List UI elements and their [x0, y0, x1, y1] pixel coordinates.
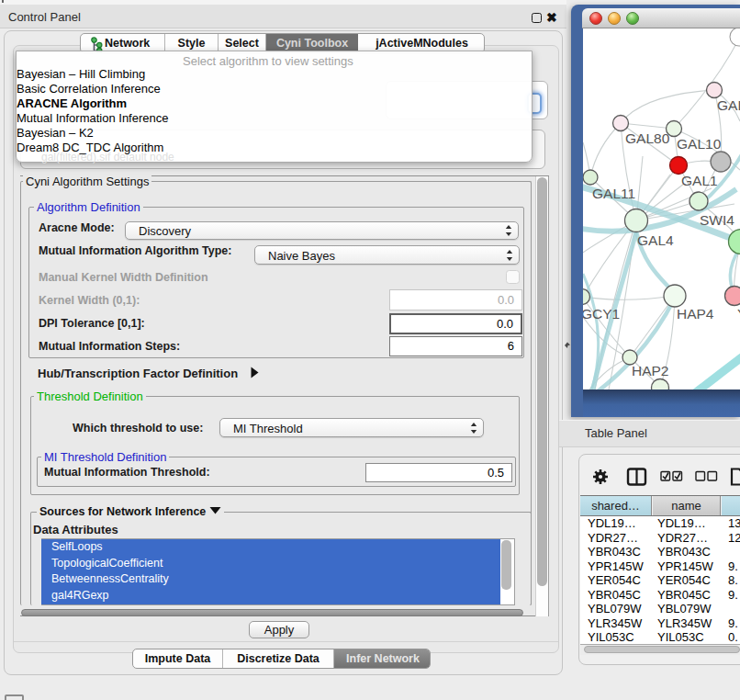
- svg-text:GAL10: GAL10: [677, 136, 722, 152]
- svg-text:GAL1: GAL1: [681, 173, 718, 188]
- svg-text:GAL7: GAL7: [717, 97, 740, 113]
- svg-text:GAL4: GAL4: [637, 232, 674, 248]
- svg-text:HAP2: HAP2: [632, 363, 669, 378]
- svg-text:HAP4: HAP4: [677, 306, 714, 322]
- svg-text:GAL11: GAL11: [592, 186, 635, 201]
- svg-text:SWI4: SWI4: [700, 212, 734, 228]
- svg-text:GAL80: GAL80: [625, 130, 670, 146]
- svg-text:GCY1: GCY1: [583, 306, 620, 322]
